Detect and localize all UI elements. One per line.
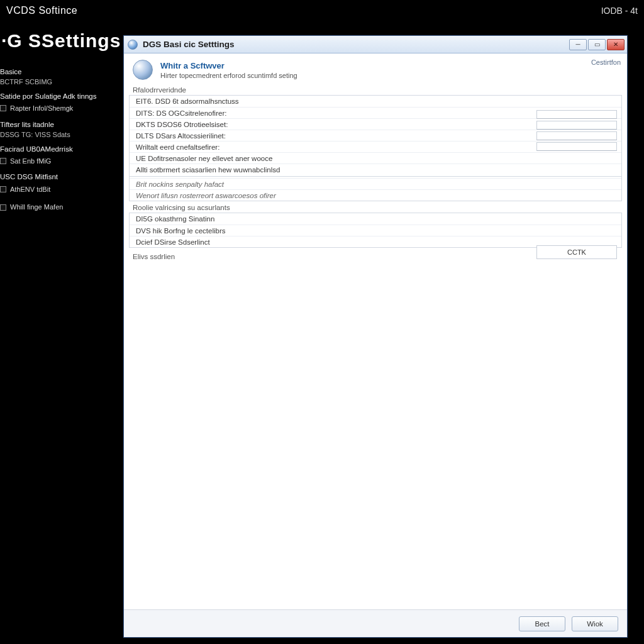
header-subtitle: Hirter topecmedrent erforod scuntimfd se… [160,72,297,79]
checkbox-icon[interactable] [0,186,6,192]
app-title: VCDS Softince [6,5,77,16]
sidebar-item-label: Whill finge Mafen [10,203,63,211]
page-title: ·G SSettings › [0,30,133,52]
dialog-window: DGS Basi cic Setttings ─ ▭ ✕ Cestirtfon … [123,35,628,638]
minimize-button[interactable]: ─ [569,39,587,50]
value-field[interactable] [536,142,617,151]
topbar-code: IODB - 4t [601,6,638,16]
settings-subrow: Brit nockins senpalty hafact [130,178,621,189]
sidebar-group-header: Facirad UB0AMedrrisk [0,145,119,153]
status-chip[interactable]: CCTK [536,245,617,259]
section-2-label: Roolie valricsing su acsurlants [124,201,627,213]
settings-row[interactable]: EIT6. DSD 6t adsormalhsnctuss [130,96,621,107]
sidebar-item-label: Rapter Infol/Shemgk [10,104,73,113]
value-field[interactable] [536,121,617,130]
sidebar-group-header: Tiftesr lits itadnle [0,121,119,129]
maximize-button[interactable]: ▭ [588,39,606,50]
settings-panel-2: DI5G okasthrng SinatinnDVS hik Borfng le… [129,213,622,248]
settings-row[interactable]: UE Dofitrsenasoler ney ellevet aner wooc… [130,152,621,164]
value-fields [536,110,617,151]
value-field[interactable] [536,131,617,140]
sidebar-group-header: Basice [0,68,119,76]
close-button[interactable]: ✕ [607,39,625,50]
dialog-title: DGS Basi cic Setttings [143,40,235,49]
header-title: Whitr a Scftwver [160,61,297,70]
settings-subrow: Wenort lifusn rosterreort aswarcoesos of… [130,189,621,201]
sidebar-item[interactable]: Sat Enb fMiG [0,155,119,167]
checkbox-icon[interactable] [0,105,6,111]
sidebar-group-header: Satide por Sulatige Adk tinngs [0,92,119,101]
sidebar-group-header: USC DSG Mitfisnt [0,173,119,181]
settings-row[interactable]: Allti sotbrmert sciasarlien hew wuwnabcl… [130,164,621,175]
sidebar-item-label: Sat Enb fMiG [10,157,51,165]
settings-row[interactable]: DVS hik Borfng le cectelibrs [130,225,621,236]
checkbox-icon[interactable] [0,158,6,164]
value-field[interactable] [536,110,617,119]
app-icon [128,40,138,50]
dialog-titlebar[interactable]: DGS Basi cic Setttings ─ ▭ ✕ [124,36,627,53]
back-button[interactable]: Bect [519,616,565,631]
next-button[interactable]: Wiok [572,616,618,631]
sidebar-group-sub: BCTRF SCBIMG [0,78,119,86]
sidebar: BasiceBCTRF SCBIMGSatide por Sulatige Ad… [0,68,119,219]
page-title-text: ·G SSettings [1,30,121,52]
dialog-body: Cestirtfon Whitr a Scftwver Hirter topec… [124,53,627,609]
sidebar-item-label: AthENV tdBit [10,186,50,194]
globe-icon [133,60,153,80]
sidebar-item[interactable]: AthENV tdBit [0,184,119,196]
dialog-footer: Bect Wiok [124,609,627,637]
sidebar-item[interactable]: Whill finge Mafen [0,201,119,213]
section-1-label: Rfalodrrveridnde [124,84,627,95]
checkbox-icon[interactable] [0,204,6,211]
settings-row[interactable]: DI5G okasthrng Sinatinn [130,213,621,225]
corner-link[interactable]: Cestirtfon [591,58,621,66]
sidebar-item[interactable]: Rapter Infol/Shemgk [0,103,119,114]
sidebar-group-sub: DSSG TG: VISS Sdats [0,131,119,139]
